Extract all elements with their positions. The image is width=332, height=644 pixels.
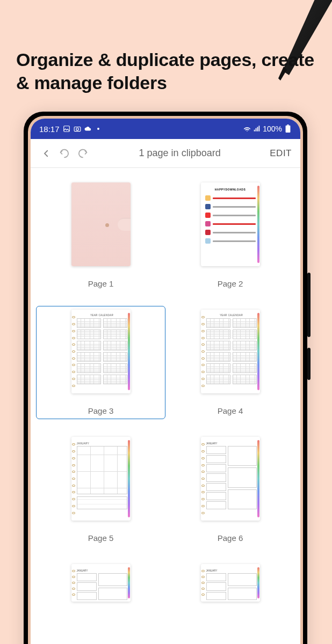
svg-rect-0 [63,126,69,132]
page-thumbnail[interactable]: Page 1 [36,179,165,292]
page-label: Page 5 [88,533,114,543]
phone-side-button-2 [307,348,311,380]
wifi-icon [243,125,251,133]
phone-side-button [307,273,311,337]
svg-rect-3 [286,126,291,133]
thumbnail-image: YEAR CALENDAR [71,310,131,393]
page-thumbnail-selected[interactable]: YEAR CALENDAR Page 3 [36,306,165,419]
thumbnail-image: HAPPYDOWNLOADS [201,182,260,266]
page-label: Page 4 [218,406,243,415]
page-thumbnail[interactable]: JANUARY Page 6 [165,433,295,546]
app-toolbar: 1 page in clipboard EDIT [31,139,300,168]
page-label: Page 3 [88,406,114,415]
camera-icon [74,125,81,133]
svg-point-2 [76,128,78,130]
thumbnail-image: YEAR CALENDAR [201,310,260,393]
status-bar: 18:17 [31,119,300,139]
page-thumbnail[interactable]: JANUARY Page 5 [36,433,165,546]
thumbnail-image [71,182,131,266]
svg-rect-4 [287,125,289,126]
page-grid[interactable]: Page 1 HAPPYDOWNLOADS [31,168,300,644]
promo-headline: Organize & duplicate pages, create & man… [16,48,316,94]
page-label: Page 1 [88,279,114,288]
undo-button[interactable] [55,144,74,163]
page-label: Page 2 [218,279,243,288]
page-thumbnail[interactable]: HAPPYDOWNLOADS Page 2 [165,179,295,292]
page-label: Page 6 [218,533,243,543]
battery-icon [284,125,292,133]
thumbnail-image: JANUARY [201,437,260,521]
redo-button[interactable] [74,144,92,163]
thumbnail-image: JANUARY [71,437,131,521]
more-indicator-icon [97,128,99,130]
toolbar-title: 1 page in clipboard [92,148,268,159]
page-thumbnail[interactable]: YEAR CALENDAR Page 4 [165,306,295,419]
phone-screen: 18:17 [31,119,300,644]
thumbnail-image: JANUARY [201,564,260,602]
phone-frame: 18:17 [24,112,307,644]
signal-icon [253,125,261,133]
battery-text: 100% [263,125,282,133]
cloud-icon [84,125,92,133]
status-time: 18:17 [39,125,60,134]
thumbnail-image: JANUARY [71,564,131,602]
page-thumbnail[interactable]: JANUARY [36,560,165,605]
page-thumbnail[interactable]: JANUARY [165,560,295,605]
back-button[interactable] [37,144,55,163]
image-icon [63,125,70,133]
edit-button[interactable]: EDIT [268,148,294,159]
